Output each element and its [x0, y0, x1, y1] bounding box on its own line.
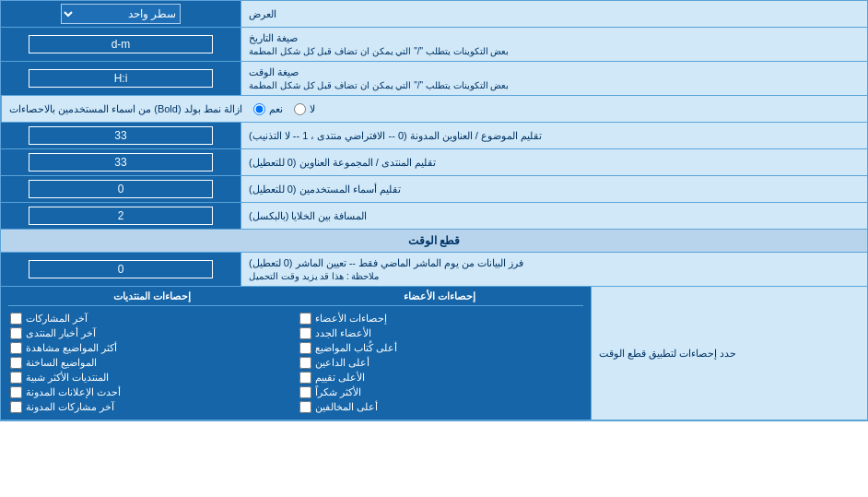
checkbox-forum-news: آخر أخبار المنتدى: [10, 327, 292, 339]
topics-label: تقليم الموضوع / العناوين المدونة (0 -- ا…: [249, 130, 542, 142]
checkbox-top-violators: أعلى المخالفين: [299, 401, 581, 413]
radio-yes-option: نعم: [253, 103, 283, 115]
checkbox-last-posts: آخر المشاركات: [10, 313, 292, 325]
space-input-cell: [1, 203, 240, 229]
space-input[interactable]: [29, 207, 213, 225]
forum-label-cell: تقليم المنتدى / المجموعة العناوين (0 للت…: [240, 149, 867, 175]
forum-input[interactable]: [29, 153, 213, 172]
cutoff-label-cell: فرز البيانات من يوم الماشر الماضي فقط --…: [240, 253, 867, 286]
users-input-cell: [1, 176, 240, 202]
cutoff-note: ملاحظة : هذا قد يزيد وقت التحميل: [249, 271, 379, 281]
checkbox-members-stats-input[interactable]: [299, 313, 311, 325]
forum-label: تقليم المنتدى / المجموعة العناوين (0 للت…: [249, 157, 436, 169]
time-format-input-cell: [1, 62, 240, 95]
time-format-label: صيغة الوقت: [249, 66, 299, 78]
checkbox-top-inviters-input[interactable]: [299, 357, 311, 369]
checkbox-most-similar: المنتديات الأكثر شبية: [10, 372, 292, 384]
users-label: تقليم أسماء المستخدمين (0 للتعطيل): [249, 183, 401, 195]
checkbox-last-blog-posts: آخر مشاركات المدونة: [10, 401, 292, 413]
topics-input-cell: [1, 123, 240, 148]
radio-yes-input[interactable]: [253, 103, 265, 115]
cutoff-label: فرز البيانات من يوم الماشر الماضي فقط --…: [249, 257, 523, 269]
stats-label-cell: حدد إحصاءات لتطبيق قطع الوقت: [591, 287, 867, 420]
radio-no-input[interactable]: [294, 103, 306, 115]
cutoff-section-title: قطع الوقت: [408, 234, 460, 247]
checkbox-last-blog-posts-input[interactable]: [10, 401, 22, 413]
checkbox-latest-announcements: أحدث الإعلانات المدونة: [10, 386, 292, 398]
stats-label: حدد إحصاءات لتطبيق قطع الوقت: [599, 348, 736, 360]
users-label-cell: تقليم أسماء المستخدمين (0 للتعطيل): [240, 176, 867, 202]
date-format-input[interactable]: [29, 35, 213, 53]
checkbox-new-members: الأعضاء الجدد: [299, 327, 581, 339]
checkbox-top-rated-input[interactable]: [299, 372, 311, 384]
cutoff-section-header: قطع الوقت: [1, 230, 867, 253]
bold-label: ازالة نمط بولد (Bold) من اسماء المستخدمي…: [9, 103, 242, 115]
checkbox-new-members-input[interactable]: [299, 327, 311, 339]
checkbox-latest-announcements-input[interactable]: [10, 386, 22, 398]
checkbox-members-stats: إحصاءات الأعضاء: [299, 313, 581, 325]
space-label-cell: المسافة بين الخلايا (بالبكسل): [240, 203, 867, 229]
col2-header: إحصاءات الأعضاء: [296, 290, 583, 302]
cutoff-input-cell: [1, 253, 240, 286]
checkbox-most-viewed-input[interactable]: [10, 342, 22, 354]
cutoff-input[interactable]: [29, 260, 213, 278]
checkbox-top-inviters: أعلى الداعين: [299, 357, 581, 369]
checkbox-top-writers: أعلى كُتاب المواضيع: [299, 342, 581, 354]
col1-header: إحصاءات المنتديات: [8, 290, 296, 302]
date-format-sub: بعض التكوينات يتطلب "/" التي يمكن ان تضا…: [249, 46, 509, 56]
checkbox-last-posts-input[interactable]: [10, 313, 22, 325]
checkbox-forum-news-input[interactable]: [10, 327, 22, 339]
checkbox-most-viewed: أكثر المواضيع مشاهدة: [10, 342, 292, 354]
date-format-label: صيغة التاريخ: [249, 32, 298, 44]
checkbox-top-violators-input[interactable]: [299, 401, 311, 413]
checkbox-top-writers-input[interactable]: [299, 342, 311, 354]
checkbox-top-rated: الأعلى تقييم: [299, 372, 581, 384]
time-format-sub: بعض التكوينات يتطلب "/" التي يمكن ان تضا…: [249, 80, 509, 90]
radio-yes-label: نعم: [269, 103, 283, 115]
topics-input[interactable]: [29, 126, 213, 145]
radio-no-option: لا: [294, 103, 315, 115]
users-input[interactable]: [29, 180, 213, 198]
checkbox-most-similar-input[interactable]: [10, 372, 22, 384]
stats-content-cell: إحصاءات الأعضاء إحصاءات المنتديات إحصاءا…: [1, 287, 591, 420]
page-title-label: العرض: [240, 1, 867, 27]
forum-input-cell: [1, 149, 240, 175]
space-label: المسافة بين الخلايا (بالبكسل): [249, 210, 368, 222]
checkbox-most-thanked-input[interactable]: [299, 386, 311, 398]
time-format-input[interactable]: [29, 69, 213, 88]
checkbox-hot-topics-input[interactable]: [10, 357, 22, 369]
checkbox-hot-topics: المواضيع الساخنة: [10, 357, 292, 369]
checkbox-most-thanked: الأكثر شكراً: [299, 386, 581, 398]
topics-label-cell: تقليم الموضوع / العناوين المدونة (0 -- ا…: [240, 123, 867, 148]
time-format-label-cell: صيغة الوقت بعض التكوينات يتطلب "/" التي …: [240, 62, 867, 95]
date-format-input-cell: [1, 28, 240, 61]
page-title-text: العرض: [249, 8, 276, 20]
display-dropdown-cell: سطر واحد سطرين ثلاثة أسطر: [1, 1, 240, 27]
radio-no-label: لا: [310, 103, 315, 115]
date-format-label-cell: صيغة التاريخ بعض التكوينات يتطلب "/" الت…: [240, 28, 867, 61]
bold-label-cell: لا نعم ازالة نمط بولد (Bold) من اسماء ال…: [1, 96, 867, 122]
display-select[interactable]: سطر واحد سطرين ثلاثة أسطر: [61, 4, 181, 24]
